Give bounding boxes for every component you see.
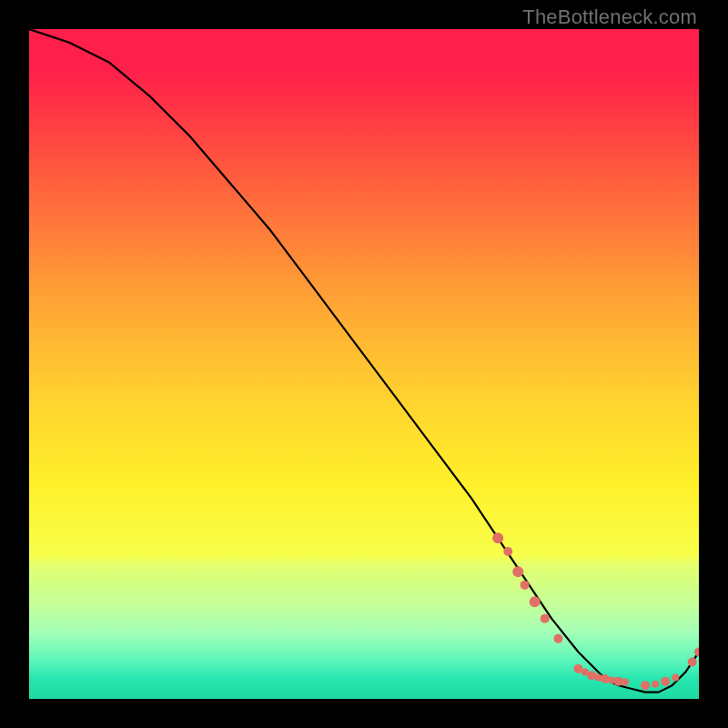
- watermark-text: TheBottleneck.com: [522, 5, 697, 29]
- highlight-point: [521, 581, 530, 590]
- highlight-point: [530, 596, 541, 607]
- highlight-point: [541, 614, 550, 623]
- highlight-point: [512, 566, 523, 577]
- highlight-point: [503, 547, 512, 556]
- highlight-point: [553, 634, 562, 643]
- highlight-point: [587, 671, 596, 680]
- highlight-point: [694, 647, 699, 656]
- plot-area: [29, 29, 699, 699]
- highlight-point: [688, 658, 697, 667]
- highlight-point: [492, 532, 503, 543]
- highlight-point: [622, 679, 629, 686]
- bottleneck-curve-svg: [29, 29, 699, 699]
- highlight-point: [661, 677, 670, 686]
- highlight-points: [492, 532, 699, 690]
- chart-stage: TheBottleneck.com: [0, 0, 728, 728]
- highlight-point: [641, 681, 650, 690]
- highlight-point: [601, 674, 610, 683]
- highlight-point: [652, 681, 659, 688]
- highlight-point: [672, 673, 679, 681]
- bottleneck-curve: [29, 29, 699, 693]
